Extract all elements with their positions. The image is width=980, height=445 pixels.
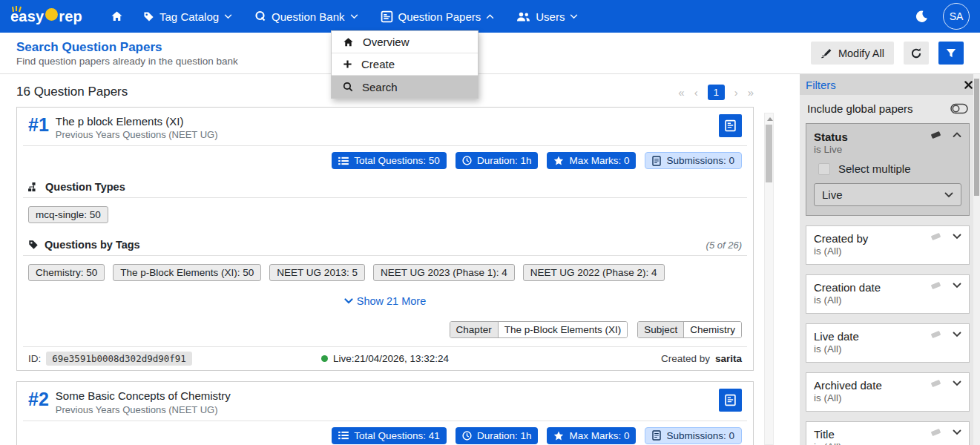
nav-question-papers[interactable]: Question Papers (369, 0, 506, 33)
paper-id: 69e3591b0008d302d9d90f91 (46, 352, 192, 366)
live-timestamp: Live:21/04/2026, 13:32:24 (333, 353, 449, 364)
eraser-icon[interactable] (930, 379, 942, 388)
eraser-icon[interactable] (930, 330, 942, 339)
chevron-down-icon[interactable] (953, 332, 961, 337)
filter-label: Status (814, 131, 848, 143)
paper-icon (724, 394, 737, 406)
eraser-icon[interactable] (930, 131, 942, 139)
search-icon (343, 82, 353, 92)
document-icon (652, 430, 661, 441)
meta-value: The p-Block Elements (XI) (499, 322, 628, 337)
scrollbar-thumb[interactable] (766, 125, 772, 182)
filter-condition: is (All) (814, 441, 961, 445)
pagination: « ‹ 1 › » (678, 85, 754, 100)
show-more-link[interactable]: Show 21 More (344, 295, 427, 307)
brand-logo[interactable]: easy rep (10, 8, 82, 25)
submissions-badge: Submissions: 0 (645, 152, 742, 169)
open-paper-button[interactable] (719, 389, 742, 412)
filter-card-live-date[interactable]: Live date is (All) (806, 323, 970, 363)
tag-chip: NEET UG 2023 (Phase 1): 4 (373, 264, 515, 281)
include-global-label: Include global papers (807, 102, 913, 115)
question-types-label: Question Types (45, 181, 125, 193)
submissions-badge: Submissions: 0 (645, 427, 742, 444)
brand-dot-icon (45, 8, 58, 21)
clock-icon (462, 156, 472, 165)
meta-key: Subject (638, 322, 684, 337)
modify-all-button[interactable]: Modify All (811, 42, 894, 65)
id-label: ID: (28, 353, 41, 364)
paper-card-2: #2 Some Basic Concepts of Chemistry Prev… (16, 381, 754, 445)
pagination-next[interactable]: › (734, 86, 738, 99)
dark-mode-moon-icon[interactable] (915, 10, 928, 23)
funnel-icon (946, 48, 956, 59)
eraser-icon[interactable] (930, 428, 942, 437)
scrollbar-up-arrow[interactable] (767, 117, 773, 121)
filters-scrollbar[interactable] (973, 74, 980, 445)
nav-home[interactable] (102, 0, 132, 33)
duration-badge: Duration: 1h (456, 427, 539, 444)
filter-card-created-by[interactable]: Created by is (All) (806, 225, 970, 265)
filter-condition: is Live (814, 144, 961, 155)
menu-item-search[interactable]: Search (332, 76, 478, 98)
tag-icon (28, 240, 39, 250)
star-icon (553, 431, 564, 441)
tags-section: Questions by Tags (5 of 26) (17, 232, 753, 255)
select-multiple-checkbox[interactable] (818, 163, 830, 175)
pagination-page-1[interactable]: 1 (708, 85, 725, 100)
nav-question-bank[interactable]: Question Bank (243, 0, 369, 33)
total-questions-badge: Total Questions: 41 (332, 427, 447, 444)
app-root: easy rep Tag Catalog Question Bank Quest… (0, 0, 980, 445)
eraser-icon[interactable] (930, 281, 942, 290)
chevron-down-icon[interactable] (953, 380, 961, 386)
badge-label: Submissions: 0 (666, 430, 734, 441)
nav-tag-catalog[interactable]: Tag Catalog (132, 0, 243, 33)
question-bank-icon (254, 10, 266, 22)
list-icon (338, 156, 349, 165)
results-count: 16 Question Papers (16, 85, 128, 99)
menu-item-label: Create (361, 58, 395, 70)
filter-card-archived-date[interactable]: Archived date is (All) (806, 372, 970, 412)
pagination-last[interactable]: » (748, 86, 754, 99)
filter-toggle-button[interactable] (938, 42, 964, 65)
refresh-button[interactable] (904, 42, 929, 65)
badge-label: Total Questions: 50 (354, 155, 440, 166)
chevron-down-icon[interactable] (953, 234, 961, 240)
select-multiple-label: Select multiple (838, 162, 911, 175)
filter-card-title[interactable]: Title is (All) (806, 421, 970, 445)
user-avatar[interactable]: SA (943, 3, 970, 30)
results-scrollbar[interactable] (764, 113, 774, 445)
filter-label: Created by (814, 232, 868, 245)
plus-icon (343, 59, 352, 69)
badge-label: Max Marks: 0 (569, 155, 629, 166)
created-by-user: sarita (715, 353, 742, 364)
pagination-prev[interactable]: ‹ (694, 86, 698, 99)
paper-number: #2 (28, 389, 49, 410)
chevron-down-icon[interactable] (953, 283, 961, 289)
toggle-off-icon[interactable] (950, 103, 968, 114)
tag-chip: NEET UG 2022 (Phase 2): 4 (523, 264, 665, 281)
tag-chip: Chemistry: 50 (28, 264, 105, 281)
pencil-icon (820, 47, 832, 59)
filter-condition: is (All) (814, 245, 961, 257)
nav-users[interactable]: Users (505, 0, 589, 33)
total-questions-badge: Total Questions: 50 (332, 152, 447, 169)
tag-icon (143, 11, 154, 22)
results-area: 16 Question Papers 25 per page « ‹ 1 › »… (0, 74, 776, 445)
menu-item-overview[interactable]: Overview (332, 31, 478, 53)
eraser-icon[interactable] (930, 232, 942, 241)
chevron-down-icon[interactable] (953, 429, 961, 435)
chevron-up-icon[interactable] (953, 132, 961, 138)
chevron-down-icon (570, 14, 578, 19)
clock-icon (462, 431, 472, 441)
paper-card-1: #1 The p block Elements (XI) Previous Ye… (16, 107, 754, 371)
paper-title: The p block Elements (XI) (56, 114, 218, 129)
page-subtitle: Find question papers already in the ques… (16, 56, 238, 67)
home-icon (343, 37, 354, 47)
status-select[interactable]: Live (814, 183, 961, 206)
filters-scrollbar-thumb[interactable] (974, 79, 979, 196)
menu-item-create[interactable]: Create (332, 53, 478, 76)
open-paper-button[interactable] (719, 114, 742, 137)
filter-card-creation-date[interactable]: Creation date is (All) (806, 274, 970, 314)
close-icon[interactable] (964, 81, 973, 89)
pagination-first[interactable]: « (678, 86, 684, 99)
